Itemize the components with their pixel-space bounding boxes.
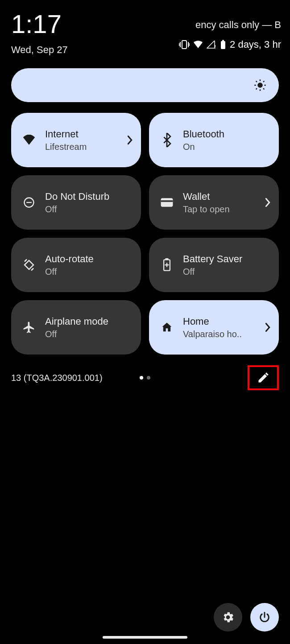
battery-text: 2 days, 3 hr — [230, 39, 281, 50]
power-icon — [258, 611, 271, 623]
settings-button[interactable] — [214, 603, 242, 632]
svg-rect-0 — [182, 41, 186, 49]
carrier-text: ency calls only — B — [195, 19, 281, 31]
tile-subtitle: Lifestream — [45, 142, 87, 152]
svg-line-15 — [256, 88, 257, 89]
tile-internet[interactable]: InternetLifestream — [11, 113, 141, 167]
tile-title: Home — [183, 316, 242, 327]
vibrate-icon — [179, 40, 190, 50]
chevron-right-icon — [265, 322, 271, 332]
tile-home[interactable]: HomeValparaiso ho.. — [149, 300, 279, 355]
tile-title: Airplane mode — [45, 316, 108, 327]
status-indicators: ! 2 days, 3 hr — [179, 39, 281, 50]
tile-autorotate[interactable]: Auto-rotateOff — [11, 238, 141, 292]
gear-icon — [221, 611, 235, 624]
chevron-right-icon — [265, 198, 271, 207]
tile-title: Battery Saver — [183, 253, 242, 265]
tile-wallet[interactable]: WalletTap to open — [149, 175, 279, 230]
svg-line-14 — [263, 88, 264, 89]
tile-battery-saver[interactable]: Battery SaverOff — [149, 238, 279, 292]
battery-saver-icon — [159, 258, 175, 272]
signal-icon: ! — [207, 41, 216, 49]
tile-subtitle: Off — [45, 329, 108, 339]
power-button[interactable] — [250, 603, 279, 632]
nav-handle[interactable] — [103, 636, 187, 639]
brightness-icon — [254, 79, 266, 91]
edit-tiles-button[interactable] — [248, 365, 279, 390]
tile-subtitle: Off — [183, 267, 242, 277]
tile-title: Internet — [45, 128, 87, 140]
chevron-right-icon — [127, 135, 133, 145]
bluetooth-icon — [159, 133, 175, 147]
tile-subtitle: On — [183, 142, 224, 152]
tile-subtitle: Off — [45, 204, 109, 215]
tile-subtitle: Tap to open — [183, 204, 230, 215]
tile-title: Wallet — [183, 191, 230, 202]
date: Wed, Sep 27 — [11, 44, 68, 56]
wifi-icon — [193, 41, 203, 49]
dnd-icon — [21, 196, 37, 209]
battery-icon — [220, 40, 226, 50]
svg-rect-22 — [166, 258, 169, 260]
svg-line-16 — [263, 81, 264, 82]
tile-bluetooth[interactable]: BluetoothOn — [149, 113, 279, 167]
tile-title: Do Not Disturb — [45, 191, 109, 202]
svg-rect-20 — [161, 200, 173, 202]
build-number: 13 (TQ3A.230901.001) — [11, 373, 103, 383]
svg-line-13 — [256, 81, 257, 82]
internet-icon — [21, 135, 37, 145]
tile-airplane[interactable]: Airplane modeOff — [11, 300, 141, 355]
tile-title: Auto-rotate — [45, 253, 94, 265]
autorotate-icon — [21, 258, 37, 272]
clock: 1:17 — [11, 11, 68, 37]
tile-subtitle: Valparaiso ho.. — [183, 329, 242, 339]
svg-point-8 — [257, 83, 263, 88]
svg-rect-6 — [221, 41, 225, 49]
svg-rect-19 — [161, 198, 173, 207]
airplane-icon — [21, 321, 37, 334]
tile-dnd[interactable]: Do Not DisturbOff — [11, 175, 141, 230]
svg-text:!: ! — [215, 44, 216, 49]
wallet-icon — [159, 198, 175, 207]
pencil-icon — [257, 372, 269, 384]
page-indicator — [140, 376, 150, 380]
svg-rect-7 — [222, 40, 224, 41]
tile-subtitle: Off — [45, 267, 94, 277]
tile-title: Bluetooth — [183, 128, 224, 140]
home-icon — [159, 321, 175, 334]
brightness-slider[interactable] — [11, 68, 279, 102]
